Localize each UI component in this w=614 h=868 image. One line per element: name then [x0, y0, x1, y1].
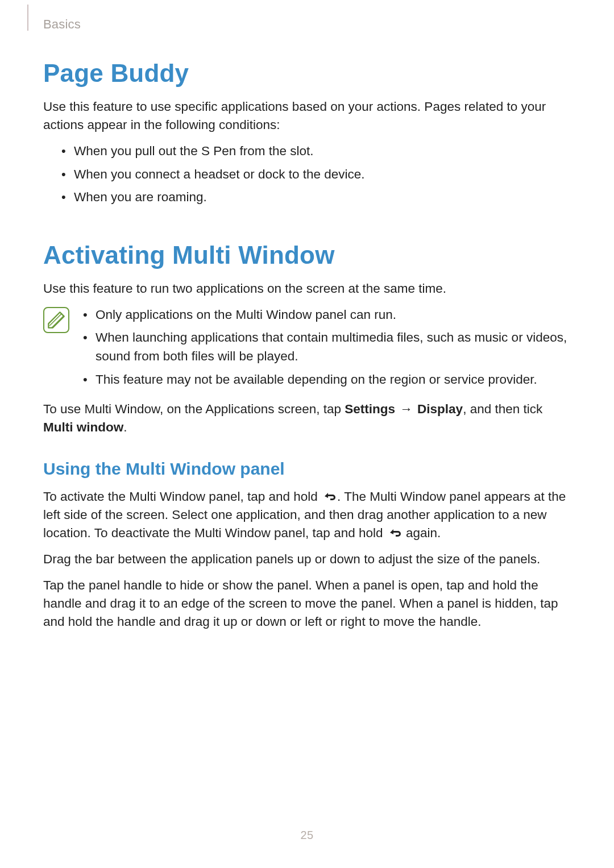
using-panel-p3: Tap the panel handle to hide or show the… [43, 576, 571, 631]
page-buddy-intro: Use this feature to use specific applica… [43, 98, 571, 134]
page-content: Page Buddy Use this feature to use speci… [43, 59, 571, 631]
label-settings: Settings [345, 402, 395, 416]
text: again. [403, 526, 441, 540]
text: To activate the Multi Window panel, tap … [43, 489, 321, 504]
text: , and then tick [463, 402, 542, 416]
multi-window-instruction: To use Multi Window, on the Applications… [43, 400, 571, 437]
using-panel-p1: To activate the Multi Window panel, tap … [43, 488, 571, 542]
label-display: Display [417, 402, 463, 416]
heading-page-buddy: Page Buddy [43, 59, 571, 88]
using-panel-p2: Drag the bar between the application pan… [43, 550, 571, 568]
text: To use Multi Window, on the Applications… [43, 402, 345, 416]
note-block: Only applications on the Multi Window pa… [43, 306, 571, 394]
note-icon [43, 307, 69, 333]
list-item: When launching applications that contain… [83, 329, 571, 366]
list-item: Only applications on the Multi Window pa… [83, 306, 571, 325]
arrow-icon: → [399, 400, 414, 418]
header-rule [27, 5, 28, 31]
list-item: When you connect a headset or dock to th… [61, 165, 571, 184]
section-breadcrumb: Basics [43, 17, 81, 32]
back-icon [321, 489, 337, 500]
text: . [123, 420, 127, 434]
list-item: When you pull out the S Pen from the slo… [61, 142, 571, 161]
multi-window-intro: Use this feature to run two applications… [43, 280, 571, 298]
page-buddy-conditions: When you pull out the S Pen from the slo… [43, 142, 571, 207]
note-bullets: Only applications on the Multi Window pa… [78, 306, 571, 394]
back-icon [387, 525, 403, 537]
page-number: 25 [0, 829, 614, 842]
heading-multi-window: Activating Multi Window [43, 241, 571, 269]
heading-using-panel: Using the Multi Window panel [43, 459, 571, 479]
manual-page: Basics Page Buddy Use this feature to us… [0, 0, 614, 868]
list-item: When you are roaming. [61, 188, 571, 207]
list-item: This feature may not be available depend… [83, 371, 571, 389]
label-multi-window: Multi window [43, 420, 123, 434]
